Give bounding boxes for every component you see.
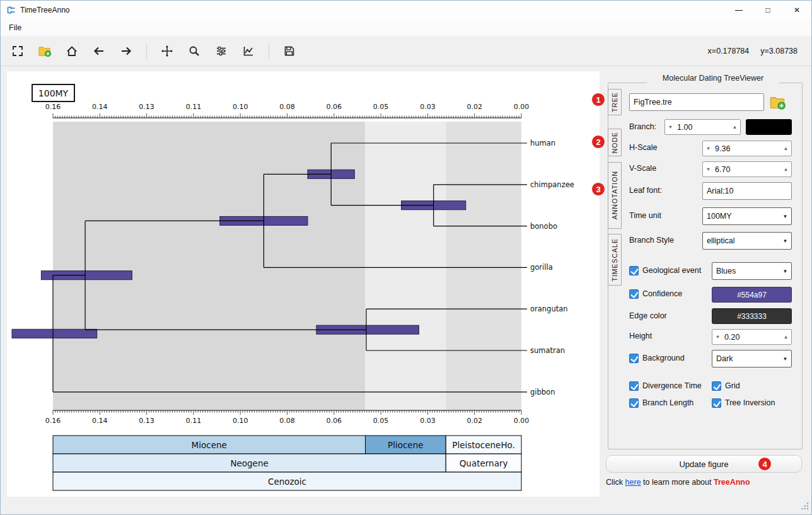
- edge-color-button[interactable]: #333333: [712, 308, 792, 324]
- divergence-time-checkbox[interactable]: [629, 381, 639, 391]
- svg-text:human: human: [530, 139, 555, 148]
- axes-edit-button[interactable]: [238, 40, 259, 62]
- svg-text:0.08: 0.08: [279, 103, 295, 111]
- tab-timescale[interactable]: TIMESCALE: [608, 234, 622, 286]
- menu-file[interactable]: File: [3, 21, 27, 34]
- spin-up-icon[interactable]: ▲: [780, 166, 791, 172]
- branch-width-spinbox[interactable]: ▼ 1.00 ▲: [664, 119, 741, 135]
- grid-checkbox[interactable]: [712, 381, 721, 391]
- subplots-button[interactable]: [211, 40, 232, 62]
- tree-inversion-checkbox[interactable]: [712, 398, 721, 408]
- spin-up-icon[interactable]: ▲: [780, 146, 791, 151]
- background-label: Background: [642, 354, 685, 363]
- branch-length-checkbox[interactable]: [629, 398, 639, 408]
- svg-text:0.03: 0.03: [420, 103, 436, 111]
- spin-down-icon[interactable]: ▼: [665, 124, 676, 130]
- forward-button[interactable]: [115, 40, 137, 62]
- svg-text:chimpanzee: chimpanzee: [530, 180, 574, 189]
- palette-select[interactable]: Blues ▼: [712, 262, 792, 280]
- background-value: Dark: [716, 354, 733, 363]
- tab-tree[interactable]: TREE: [608, 89, 622, 115]
- confidence-color-button[interactable]: #554a97: [712, 287, 792, 303]
- maximize-icon: □: [765, 6, 770, 14]
- height-spinbox[interactable]: ▼ 0.20 ▲: [712, 329, 792, 345]
- spin-down-icon[interactable]: ▼: [703, 146, 714, 151]
- time-unit-select[interactable]: 100MY ▼: [702, 207, 792, 225]
- v-scale-spinbox[interactable]: ▼ 6.70 ▲: [702, 161, 792, 177]
- leaf-font-label: Leaf font:: [629, 186, 662, 195]
- coordinate-y: y=3.08738: [760, 47, 798, 55]
- tab-node-label: NODE: [611, 132, 618, 153]
- svg-text:0.02: 0.02: [467, 417, 482, 425]
- forward-arrow-icon: [120, 45, 132, 57]
- spin-up-icon[interactable]: ▲: [780, 334, 791, 340]
- time-unit-label: Time unit: [629, 211, 661, 221]
- svg-text:0.14: 0.14: [92, 103, 108, 111]
- svg-text:0.13: 0.13: [139, 103, 154, 111]
- branch-style-value: elliptical: [707, 236, 734, 245]
- tab-annotation[interactable]: ANNOTATION: [608, 162, 622, 229]
- fullscreen-button[interactable]: [7, 40, 28, 62]
- pan-button[interactable]: [156, 40, 178, 62]
- spin-down-icon[interactable]: ▼: [703, 166, 714, 172]
- tree-plot[interactable]: 0.160.140.130.110.100.080.060.050.030.02…: [7, 71, 600, 497]
- minimize-button[interactable]: —: [724, 1, 753, 20]
- geological-event-checkbox[interactable]: [629, 266, 639, 275]
- toolbar-separator: [269, 43, 269, 59]
- step-badge-4: 4: [758, 457, 772, 471]
- spin-up-icon[interactable]: ▲: [729, 124, 740, 130]
- tab-node[interactable]: NODE: [608, 129, 622, 156]
- figure-canvas[interactable]: 0.160.140.130.110.100.080.060.050.030.02…: [7, 71, 600, 497]
- learn-more-link[interactable]: here: [625, 478, 641, 487]
- app-icon: [6, 5, 16, 15]
- back-button[interactable]: [88, 40, 110, 62]
- svg-text:0.00: 0.00: [514, 417, 530, 425]
- close-button[interactable]: ✕: [782, 1, 811, 20]
- resize-grip[interactable]: [800, 501, 809, 513]
- background-select[interactable]: Dark ▼: [712, 350, 792, 367]
- open-tree-button[interactable]: [766, 92, 789, 112]
- save-icon: [283, 45, 296, 57]
- save-button[interactable]: [279, 40, 300, 62]
- main-content: 0.160.140.130.110.100.080.060.050.030.02…: [1, 66, 811, 514]
- leaf-font-input[interactable]: [702, 182, 792, 200]
- svg-text:bonobo: bonobo: [530, 222, 557, 231]
- svg-text:0.11: 0.11: [186, 417, 202, 425]
- svg-text:Cenozoic: Cenozoic: [268, 477, 306, 487]
- height-label: Height: [629, 332, 652, 341]
- svg-text:0.06: 0.06: [327, 417, 342, 425]
- background-checkbox[interactable]: [629, 354, 639, 363]
- svg-text:gibbon: gibbon: [530, 388, 555, 396]
- minimize-icon: —: [735, 6, 743, 14]
- svg-text:0.06: 0.06: [327, 103, 342, 111]
- confidence-checkbox[interactable]: [629, 289, 639, 299]
- h-scale-spinbox[interactable]: ▼ 9.36 ▲: [702, 141, 792, 156]
- tab-annotation-label: ANNOTATION: [611, 171, 618, 219]
- branch-style-select[interactable]: elliptical ▼: [702, 232, 792, 250]
- branch-width-value: 1.00: [676, 123, 729, 132]
- home-button[interactable]: [61, 40, 83, 62]
- branch-color-button[interactable]: [746, 119, 792, 135]
- step-badge-1: 1: [591, 93, 605, 107]
- open-file-button[interactable]: [34, 40, 55, 62]
- open-folder-icon: [38, 44, 52, 58]
- update-figure-button[interactable]: Update figure: [606, 455, 802, 473]
- svg-text:0.08: 0.08: [279, 417, 295, 425]
- svg-text:Miocene: Miocene: [192, 440, 227, 450]
- toolbar-separator: [146, 43, 147, 59]
- maximize-button[interactable]: □: [753, 1, 782, 20]
- control-panel: Molecular Dating TreeViewer TREE NODE AN…: [600, 66, 812, 515]
- svg-text:gorilla: gorilla: [530, 263, 553, 272]
- step-badge-2: 2: [591, 135, 605, 149]
- tree-file-input[interactable]: [629, 93, 764, 111]
- branch-label: Branch:: [629, 122, 656, 132]
- svg-text:0.05: 0.05: [373, 103, 389, 111]
- time-unit-value: 100MY: [707, 212, 732, 221]
- spin-down-icon[interactable]: ▼: [712, 334, 723, 340]
- window-controls: — □ ✕: [724, 1, 811, 20]
- menubar: File: [1, 20, 811, 36]
- panel-title: Molecular Dating TreeViewer: [647, 73, 779, 84]
- svg-text:0.16: 0.16: [45, 103, 61, 111]
- zoom-button[interactable]: [183, 40, 205, 62]
- back-arrow-icon: [93, 45, 105, 57]
